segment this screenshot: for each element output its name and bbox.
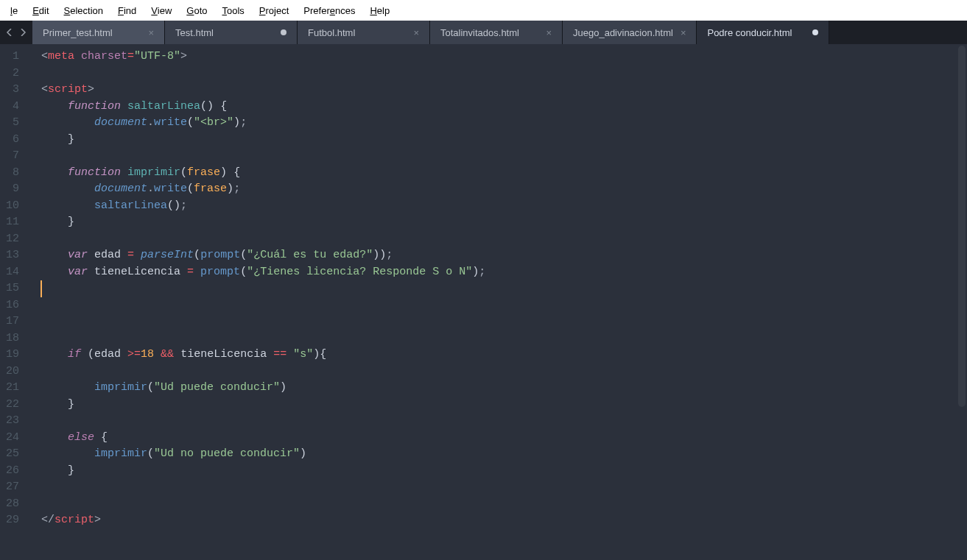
tab-bar: Primer_test.html×Test.htmlFutbol.html×To… xyxy=(0,21,967,44)
text-cursor xyxy=(41,280,42,297)
tab-label: Primer_test.html xyxy=(43,27,141,38)
code-line[interactable]: function imprimir(frase) { xyxy=(41,165,967,182)
close-icon[interactable]: × xyxy=(413,27,419,38)
line-number: 17 xyxy=(6,313,19,330)
code-line[interactable]: } xyxy=(41,397,967,414)
close-icon[interactable]: × xyxy=(148,27,154,38)
code-line[interactable] xyxy=(41,148,967,165)
tab-juego-adivinacion-html[interactable]: Juego_adivinacion.html× xyxy=(563,21,697,44)
menu-item-find[interactable]: Find xyxy=(110,2,144,19)
code-line[interactable] xyxy=(41,297,967,314)
line-number: 26 xyxy=(6,463,19,480)
menu-item-tools[interactable]: Tools xyxy=(214,2,251,19)
menu-item-le[interactable]: le xyxy=(3,2,25,19)
line-number: 1 xyxy=(6,49,19,65)
menu-item-edit[interactable]: Edit xyxy=(25,2,56,19)
close-icon[interactable]: × xyxy=(546,27,552,38)
code-line[interactable]: imprimir("Ud puede conducir") xyxy=(41,380,967,397)
line-number: 2 xyxy=(6,65,19,82)
line-number: 7 xyxy=(6,148,19,165)
tab-futbol-html[interactable]: Futbol.html× xyxy=(298,21,430,44)
line-number: 9 xyxy=(6,181,19,198)
vertical-scrollbar[interactable] xyxy=(958,46,966,407)
code-line[interactable] xyxy=(41,479,967,496)
line-number: 22 xyxy=(6,397,19,414)
code-line[interactable]: else { xyxy=(41,430,967,447)
line-number: 5 xyxy=(6,115,19,132)
tab-label: Podre conducir.html xyxy=(707,27,805,38)
code-line[interactable] xyxy=(41,280,967,297)
line-number: 29 xyxy=(6,512,19,529)
code-line[interactable] xyxy=(41,330,967,347)
tab-label: Futbol.html xyxy=(308,27,406,38)
line-number: 4 xyxy=(6,99,19,116)
line-number-gutter: 1234567891011121314151617181920212223242… xyxy=(0,44,27,560)
line-number: 21 xyxy=(6,380,19,397)
tab-podre-conducir-html[interactable]: Podre conducir.html xyxy=(697,21,829,44)
code-line[interactable]: } xyxy=(41,132,967,149)
code-line[interactable]: var edad = parseInt(prompt("¿Cuál es tu … xyxy=(41,247,967,264)
tab-label: Test.html xyxy=(175,27,273,38)
menu-item-goto[interactable]: Goto xyxy=(179,2,214,19)
line-number: 6 xyxy=(6,132,19,149)
code-line[interactable]: <script> xyxy=(41,82,967,99)
code-line[interactable] xyxy=(41,364,967,380)
chevron-right-icon xyxy=(19,29,27,36)
code-line[interactable] xyxy=(41,496,967,513)
line-number: 23 xyxy=(6,413,19,430)
menu-item-preferences[interactable]: Preferences xyxy=(296,2,362,19)
tab-test-html[interactable]: Test.html xyxy=(165,21,298,44)
tab-nav-arrows[interactable] xyxy=(0,21,32,44)
menu-item-help[interactable]: Help xyxy=(362,2,397,19)
code-content[interactable]: <meta charset="UTF-8"><script> function … xyxy=(27,44,967,560)
line-number: 10 xyxy=(6,198,19,215)
code-line[interactable]: saltarLinea(); xyxy=(41,198,967,215)
menu-bar: leEditSelectionFindViewGotoToolsProjectP… xyxy=(0,0,967,21)
code-editor[interactable]: 1234567891011121314151617181920212223242… xyxy=(0,44,967,560)
line-number: 25 xyxy=(6,446,19,463)
code-line[interactable]: document.write("<br>"); xyxy=(41,115,967,132)
code-line[interactable] xyxy=(41,65,967,82)
code-line[interactable]: </script> xyxy=(41,512,967,529)
code-line[interactable]: var tieneLicencia = prompt("¿Tienes lice… xyxy=(41,264,967,281)
line-number: 20 xyxy=(6,364,19,380)
line-number: 18 xyxy=(6,330,19,347)
unsaved-dot-icon xyxy=(281,29,286,35)
tab-label: Juego_adivinacion.html xyxy=(573,27,673,38)
tab-totalinvitados-html[interactable]: Totalinvitados.html× xyxy=(430,21,563,44)
code-line[interactable]: imprimir("Ud no puede conducir") xyxy=(41,446,967,463)
code-line[interactable] xyxy=(41,413,967,430)
close-icon[interactable]: × xyxy=(681,27,686,38)
code-line[interactable]: if (edad >=18 && tieneLicencia == "s"){ xyxy=(41,347,967,364)
menu-item-project[interactable]: Project xyxy=(252,2,296,19)
tab-label: Totalinvitados.html xyxy=(440,27,538,38)
line-number: 16 xyxy=(6,297,19,314)
line-number: 19 xyxy=(6,347,19,364)
code-line[interactable]: document.write(frase); xyxy=(41,181,967,198)
line-number: 13 xyxy=(6,247,19,264)
code-line[interactable] xyxy=(41,313,967,330)
chevron-left-icon xyxy=(6,29,13,36)
code-line[interactable]: } xyxy=(41,463,967,480)
menu-item-view[interactable]: View xyxy=(144,2,179,19)
line-number: 14 xyxy=(6,264,19,281)
code-line[interactable]: } xyxy=(41,214,967,231)
menu-item-selection[interactable]: Selection xyxy=(57,2,110,19)
line-number: 3 xyxy=(6,82,19,99)
code-line[interactable] xyxy=(41,231,967,248)
line-number: 12 xyxy=(6,231,19,248)
code-line[interactable]: <meta charset="UTF-8"> xyxy=(41,49,967,65)
line-number: 15 xyxy=(6,280,19,297)
unsaved-dot-icon xyxy=(812,29,818,35)
line-number: 27 xyxy=(6,479,19,496)
line-number: 11 xyxy=(6,214,19,231)
line-number: 28 xyxy=(6,496,19,513)
line-number: 24 xyxy=(6,430,19,447)
line-number: 8 xyxy=(6,165,19,182)
code-line[interactable]: function saltarLinea() { xyxy=(41,99,967,116)
tab-primer-test-html[interactable]: Primer_test.html× xyxy=(32,21,165,44)
